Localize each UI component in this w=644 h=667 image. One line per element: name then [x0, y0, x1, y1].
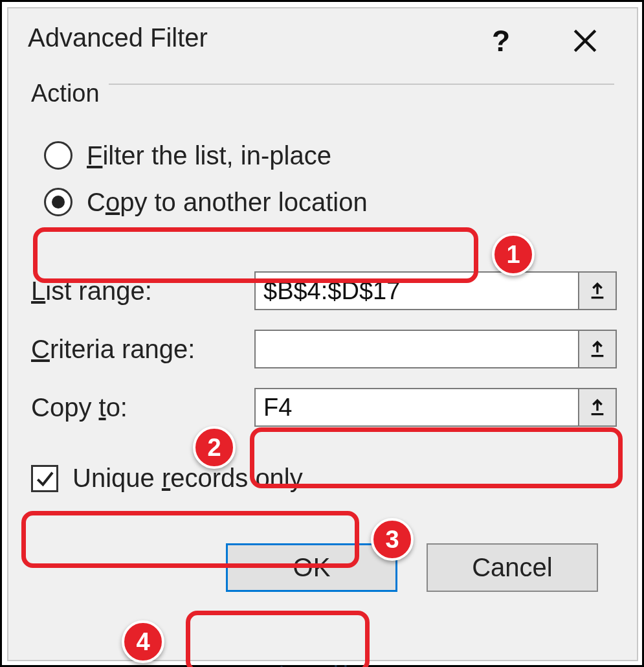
dialog-button-row: OK Cancel: [31, 543, 614, 592]
criteria-range-input[interactable]: [256, 331, 578, 367]
radio-indicator: [44, 188, 72, 216]
cancel-button[interactable]: Cancel: [427, 543, 598, 592]
radio-label: Copy to another location: [87, 188, 368, 217]
criteria-range-label: Criteria range:: [31, 335, 254, 364]
copy-to-label: Copy to:: [31, 393, 254, 422]
close-icon: [572, 27, 599, 54]
ok-label: OK: [293, 553, 331, 582]
list-range-refedit-button[interactable]: [578, 273, 616, 309]
titlebar: Advanced Filter ?: [8, 8, 637, 67]
collapse-dialog-icon: [587, 339, 608, 359]
collapse-dialog-icon: [587, 397, 608, 418]
list-range-input[interactable]: [256, 273, 578, 309]
list-range-input-wrap: [254, 271, 617, 310]
collapse-dialog-icon: [587, 280, 608, 301]
annotation-callout-4: 4: [122, 620, 164, 663]
checkbox-label: Unique records only: [72, 464, 303, 493]
criteria-range-row: Criteria range:: [31, 320, 614, 378]
watermark: exceldemy EXCEL · DATA · BI: [271, 662, 380, 667]
checkmark-icon: [34, 468, 55, 489]
copy-to-refedit-button[interactable]: [578, 389, 616, 425]
watermark-name: exceldemy: [298, 662, 380, 667]
criteria-range-input-wrap: [254, 330, 617, 368]
list-range-row: List range:: [31, 262, 614, 320]
action-radio-group: Filter the list, in-place Copy to anothe…: [44, 132, 614, 225]
help-button[interactable]: ?: [475, 15, 527, 67]
watermark-logo-icon: [271, 664, 293, 668]
screenshot-frame: Advanced Filter ? Action Filter the list…: [0, 0, 644, 667]
radio-indicator: [44, 141, 72, 170]
unique-records-checkbox-row[interactable]: Unique records only: [31, 464, 614, 493]
cancel-label: Cancel: [472, 553, 553, 582]
copy-to-row: Copy to:: [31, 378, 614, 436]
fieldset-divider: [109, 84, 614, 85]
radio-dot-icon: [52, 196, 65, 209]
radio-filter-in-place[interactable]: Filter the list, in-place: [44, 132, 614, 179]
dialog-body: Action Filter the list, in-place Copy to…: [8, 67, 637, 592]
ok-button[interactable]: OK: [226, 543, 397, 592]
checkbox-indicator: [31, 465, 58, 492]
range-form: List range: Criteria range:: [31, 262, 614, 436]
close-button[interactable]: [559, 15, 611, 67]
radio-copy-to-location[interactable]: Copy to another location: [44, 179, 614, 225]
help-icon: ?: [492, 23, 510, 58]
criteria-range-refedit-button[interactable]: [578, 331, 616, 367]
copy-to-input[interactable]: [256, 389, 578, 425]
advanced-filter-dialog: Advanced Filter ? Action Filter the list…: [7, 7, 638, 661]
radio-label: Filter the list, in-place: [87, 141, 331, 170]
copy-to-input-wrap: [254, 388, 617, 427]
dialog-title: Advanced Filter: [28, 23, 208, 52]
list-range-label: List range:: [31, 277, 254, 306]
action-legend: Action: [31, 80, 105, 107]
annotation-highlight-4: [186, 611, 370, 667]
